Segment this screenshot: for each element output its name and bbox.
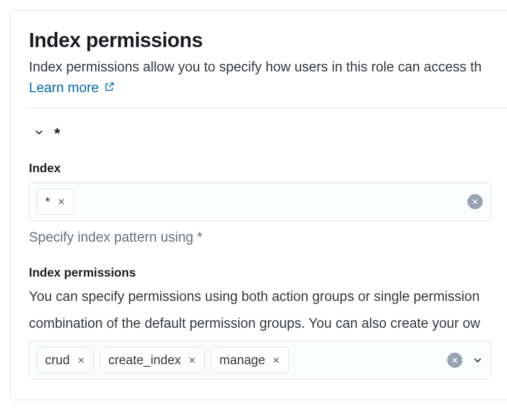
index-field-label: Index <box>29 161 507 175</box>
remove-pill-button[interactable] <box>57 198 65 206</box>
index-permissions-panel: Index permissions Index permissions allo… <box>10 10 507 400</box>
learn-more-link[interactable]: Learn more <box>29 80 115 96</box>
permission-pill: crud <box>37 347 94 373</box>
index-field-block: Index * Specify index pattern using * <box>29 161 507 245</box>
permissions-combo-box[interactable]: crud create_index manage <box>29 340 491 379</box>
accordion-toggle[interactable]: * <box>29 125 507 142</box>
section-title: Index permissions <box>29 29 507 52</box>
remove-pill-button[interactable] <box>272 356 280 364</box>
divider <box>29 108 507 108</box>
index-pill: * <box>37 189 74 215</box>
permission-pill-label: create_index <box>108 353 181 367</box>
index-pill-label: * <box>45 195 50 209</box>
permission-pill-label: manage <box>220 353 265 367</box>
accordion-label: * <box>54 125 60 142</box>
remove-pill-button[interactable] <box>188 356 196 364</box>
external-link-icon <box>104 80 115 96</box>
remove-pill-button[interactable] <box>77 356 85 364</box>
permission-pill-label: crud <box>45 353 70 367</box>
permissions-dropdown-toggle[interactable] <box>472 354 484 366</box>
learn-more-label: Learn more <box>29 80 99 96</box>
permission-pill: manage <box>211 347 289 373</box>
permissions-description-line1: You can specify permissions using both a… <box>29 287 507 307</box>
permissions-description-line2: combination of the default permission gr… <box>29 314 507 333</box>
chevron-down-icon <box>33 126 45 140</box>
learn-more-row: Learn more <box>29 80 507 96</box>
index-combo-box[interactable]: * <box>29 182 491 221</box>
permissions-field-label: Index permissions <box>29 265 507 280</box>
section-description: Index permissions allow you to specify h… <box>29 58 507 77</box>
clear-index-button[interactable] <box>467 194 483 209</box>
permissions-field-block: Index permissions You can specify permis… <box>29 265 507 379</box>
clear-permissions-button[interactable] <box>447 353 462 368</box>
index-help-text: Specify index pattern using * <box>29 230 507 245</box>
permission-pill: create_index <box>100 347 205 373</box>
